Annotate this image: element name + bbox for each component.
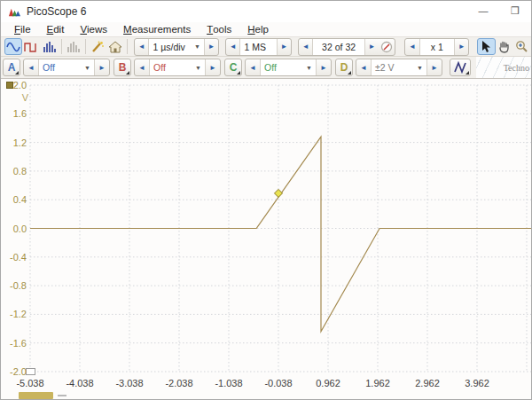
timebase-group: ◄ 1 µs/div ▼ ► xyxy=(134,38,219,56)
channel-d-button[interactable]: D xyxy=(335,59,353,76)
y-tick-label: 1.2 xyxy=(1,137,27,148)
y-tick-label: -1.6 xyxy=(1,338,27,349)
menu-views[interactable]: Views xyxy=(72,22,115,36)
chevron-down-icon: ▼ xyxy=(84,65,90,71)
compass-icon xyxy=(380,41,393,53)
zoom-field[interactable]: x 1 xyxy=(419,39,455,55)
zoom-prev-button[interactable]: ◄ xyxy=(405,39,419,55)
channel-a-next-button[interactable]: ► xyxy=(95,59,109,75)
channel-a-range-select[interactable]: Off ▼ xyxy=(38,59,95,75)
square-wave-icon xyxy=(24,41,38,53)
pico-technology-logo: Techno xyxy=(476,57,531,78)
title-bar: PicoScope 6 — ❒ xyxy=(1,1,531,22)
trigger-marker[interactable] xyxy=(275,189,283,197)
corner-triangle-icon xyxy=(126,71,129,75)
main-toolbar: ◄ 1 µs/div ▼ ► ◄ 1 MS ► ◄ 32 of 32 ► xyxy=(1,37,531,57)
channel-b-cluster: B ◄ Off ▼ ► xyxy=(113,59,221,76)
cropped-bottom-badge xyxy=(19,392,53,399)
channel-d-cluster: D ◄ ±2 V ▼ ► xyxy=(335,59,442,76)
x-tick-label: -5.038 xyxy=(5,378,55,388)
channel-b-button[interactable]: B xyxy=(113,59,131,76)
samples-field[interactable]: 1 MS xyxy=(239,39,277,55)
minimize-button[interactable]: — xyxy=(471,1,496,20)
buffer-next-button[interactable]: ► xyxy=(365,39,379,55)
chevron-down-icon: ▼ xyxy=(194,43,200,50)
pointer-tool-button[interactable] xyxy=(477,38,495,55)
channel-b-range-select[interactable]: Off ▼ xyxy=(149,59,206,75)
logo-text: Techno xyxy=(504,63,531,73)
chevron-down-icon: ▼ xyxy=(306,65,312,71)
y-tick-label: -2.0 xyxy=(1,366,27,377)
x-tick-label: 3.962 xyxy=(452,378,502,388)
y-tick-label: 0.4 xyxy=(1,194,27,205)
x-tick-label: -1.038 xyxy=(204,378,254,388)
y-tick-label: 0.0 xyxy=(1,224,27,234)
channel-c-button[interactable]: C xyxy=(224,59,242,76)
buffer-navigator-button[interactable] xyxy=(379,39,395,55)
buffer-group: ◄ 32 of 32 ► xyxy=(298,38,395,56)
timebase-next-button[interactable]: ► xyxy=(205,39,218,55)
menu-edit[interactable]: Edit xyxy=(39,22,73,36)
channel-d-range-select[interactable]: ±2 V ▼ xyxy=(371,59,427,75)
picoscope-logo-icon xyxy=(8,5,21,19)
channel-d-prev-button[interactable]: ◄ xyxy=(356,59,371,75)
home-icon xyxy=(108,41,122,53)
channel-c-next-button[interactable]: ► xyxy=(317,59,331,75)
scope-view-area[interactable]: 2.01.61.20.80.40.0-0.4-0.8-1.2-1.6-2.0V-… xyxy=(1,79,532,400)
cropped-bottom-mark xyxy=(58,395,66,396)
buffer-field[interactable]: 32 of 32 xyxy=(312,39,365,55)
sine-wave-icon xyxy=(6,41,20,53)
corner-triangle-icon xyxy=(348,71,351,75)
channel-a-cluster: A ◄ Off ▼ ► xyxy=(3,59,110,76)
channel-b-prev-button[interactable]: ◄ xyxy=(135,59,149,75)
menu-file[interactable]: File xyxy=(6,22,39,36)
x-tick-label: -0.038 xyxy=(254,378,303,388)
axis-offset-handle[interactable] xyxy=(26,368,35,375)
x-tick-label: -2.038 xyxy=(154,378,204,388)
scope-view-button[interactable] xyxy=(4,38,22,55)
channel-d-next-button[interactable]: ► xyxy=(427,59,442,75)
menu-bar: File Edit Views Measurements Tools Help xyxy=(1,22,531,37)
channel-a-prev-button[interactable]: ◄ xyxy=(24,59,38,75)
persistence-spectrum-button-disabled[interactable] xyxy=(65,38,82,55)
window-title: PicoScope 6 xyxy=(27,5,86,18)
corner-triangle-icon xyxy=(15,71,19,75)
hand-icon xyxy=(497,40,511,53)
menu-tools[interactable]: Tools xyxy=(199,22,239,36)
persistence-view-button[interactable] xyxy=(22,38,40,55)
zoom-next-button[interactable]: ► xyxy=(455,39,468,55)
menu-help[interactable]: Help xyxy=(239,22,277,36)
spectrum-bars-icon xyxy=(43,41,57,53)
x-tick-label: 0.962 xyxy=(303,378,353,388)
math-channels-button[interactable] xyxy=(450,59,471,76)
timebase-select[interactable]: 1 µs/div ▼ xyxy=(148,39,204,55)
channel-c-prev-button[interactable]: ◄ xyxy=(246,59,260,75)
channel-a-button[interactable]: A xyxy=(3,59,20,76)
auto-setup-button[interactable] xyxy=(89,38,106,55)
timebase-prev-button[interactable]: ◄ xyxy=(135,39,148,55)
channel-c-range-select[interactable]: Off ▼ xyxy=(260,59,317,75)
y-tick-label: -1.2 xyxy=(1,309,27,319)
menu-measurements[interactable]: Measurements xyxy=(115,22,199,36)
home-button[interactable] xyxy=(106,38,124,55)
pan-tool-button[interactable] xyxy=(496,38,513,55)
picoscope-window: PicoScope 6 — ❒ File Edit Views Measurem… xyxy=(0,0,532,400)
channel-toolbar: A ◄ Off ▼ ► B ◄ Off ▼ xyxy=(1,57,531,79)
zoom-tool-button[interactable] xyxy=(513,38,531,55)
buffer-prev-button[interactable]: ◄ xyxy=(299,39,312,55)
y-tick-label: 1.6 xyxy=(1,108,27,119)
samples-next-button[interactable]: ► xyxy=(278,39,291,55)
toolbar-separator xyxy=(127,39,128,54)
maximize-button[interactable]: ❒ xyxy=(503,1,528,20)
spectrum-view-button[interactable] xyxy=(40,38,58,55)
corner-triangle-icon xyxy=(466,71,469,75)
channel-b-next-button[interactable]: ► xyxy=(206,59,220,75)
channel-D-waveform xyxy=(30,137,532,332)
samples-prev-button[interactable]: ◄ xyxy=(226,39,239,55)
x-tick-label: -3.038 xyxy=(105,378,154,388)
x-tick-label: -4.038 xyxy=(55,378,105,388)
channel-c-cluster: C ◄ Off ▼ ► xyxy=(224,59,332,76)
waveform-chart xyxy=(1,79,532,391)
y-tick-label: -0.8 xyxy=(1,280,27,291)
samples-group: ◄ 1 MS ► xyxy=(225,38,292,56)
